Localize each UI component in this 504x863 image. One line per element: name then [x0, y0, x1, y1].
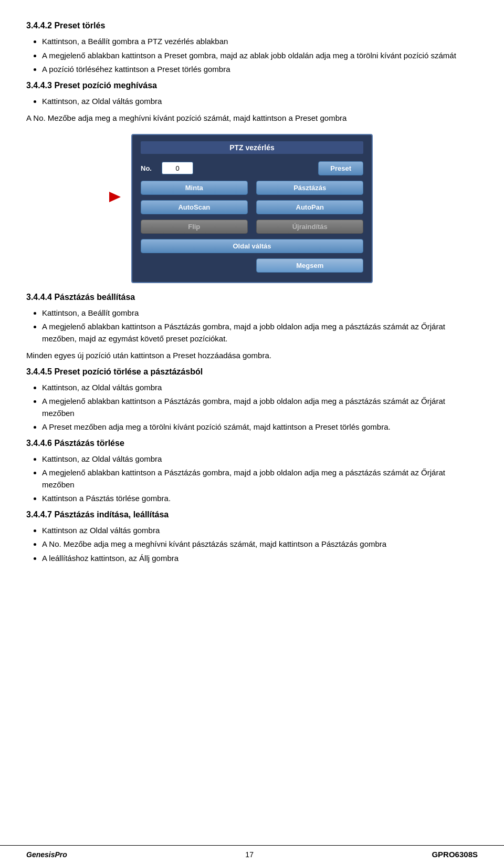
ptz-ujrainditas-button: Újraindítás: [256, 220, 363, 234]
list-item: A Preset mezőben adja meg a törölni kívá…: [42, 421, 478, 433]
ptz-no-row: No. Preset: [141, 161, 363, 175]
section-3447-list: Kattintson az Oldal váltás gombra A No. …: [42, 525, 478, 565]
list-item: Kattintson, a Beállít gombra a PTZ vezér…: [42, 36, 478, 48]
ptz-dialog: PTZ vezérlés No. Preset Minta Pásztázás …: [131, 134, 373, 283]
ptz-row-4: Oldal váltás: [141, 239, 363, 253]
section-3443-title: 3.4.4.3 Preset pozíció meghívása: [26, 81, 478, 90]
arrow-right-icon: [109, 192, 121, 202]
list-item: A leállításhoz kattintson, az Állj gombr…: [42, 553, 478, 565]
list-item: A No. Mezőbe adja meg a meghívni kívánt …: [42, 538, 478, 550]
list-item: A megjelenő ablakban kattintson a Pásztá…: [42, 396, 478, 419]
ptz-dialog-title: PTZ vezérlés: [141, 141, 363, 154]
ptz-row-3: Flip Újraindítás: [141, 220, 363, 234]
section-3446: 3.4.4.6 Pásztázás törlése Kattintson, az…: [26, 439, 478, 505]
list-item: Kattintson, az Oldal váltás gombra: [42, 453, 478, 465]
footer-brand: GenesisPro: [26, 850, 67, 859]
section-3445-list: Kattintson, az Oldal váltás gombra A meg…: [42, 382, 478, 433]
section-3442-title: 3.4.4.2 Preset törlés: [26, 21, 478, 30]
section-3444: 3.4.4.4 Pásztázás beállítása Kattintson,…: [26, 293, 478, 362]
ptz-minta-button[interactable]: Minta: [141, 181, 248, 195]
ptz-flip-button: Flip: [141, 220, 248, 234]
section-3444-title: 3.4.4.4 Pásztázás beállítása: [26, 293, 478, 302]
ptz-bottom-row: Megsem: [141, 258, 363, 273]
ptz-preset-button[interactable]: Preset: [318, 161, 363, 175]
section-3442-list: Kattintson, a Beállít gombra a PTZ vezér…: [42, 36, 478, 76]
section-3444-list: Kattintson, a Beállít gombra A megjelenő…: [42, 307, 478, 345]
ptz-no-input[interactable]: [162, 162, 193, 174]
list-item: Kattintson az Oldal váltás gombra: [42, 525, 478, 537]
ptz-no-label: No.: [141, 164, 156, 172]
section-3443-list: Kattintson, az Oldal váltás gombra: [42, 96, 478, 108]
ptz-dialog-wrapper: PTZ vezérlés No. Preset Minta Pásztázás …: [131, 134, 373, 283]
ptz-dialog-container: PTZ vezérlés No. Preset Minta Pásztázás …: [26, 134, 478, 283]
red-arrow-indicator: [109, 192, 121, 202]
section-3447-title: 3.4.4.7 Pásztázás indítása, leállítása: [26, 510, 478, 519]
list-item: A megjelenő ablakban kattintson a Preset…: [42, 50, 478, 62]
ptz-autoscan-button[interactable]: AutoScan: [141, 200, 248, 214]
section-3445: 3.4.4.5 Preset pozíció törlése a pásztáz…: [26, 367, 478, 433]
section-3442: 3.4.4.2 Preset törlés Kattintson, a Beál…: [26, 21, 478, 76]
ptz-autopan-button[interactable]: AutoPan: [256, 200, 363, 214]
section-3443-text: A No. Mezőbe adja meg a meghívni kívánt …: [26, 112, 478, 124]
list-item: A pozíció törléséhez kattintson a Preset…: [42, 64, 478, 76]
list-item: Kattintson, az Oldal váltás gombra: [42, 96, 478, 108]
section-3447: 3.4.4.7 Pásztázás indítása, leállítása K…: [26, 510, 478, 565]
list-item: Kattintson, az Oldal váltás gombra: [42, 382, 478, 394]
page-footer: GenesisPro 17 GPRO6308S: [0, 845, 504, 863]
section-3445-title: 3.4.4.5 Preset pozíció törlése a pásztáz…: [26, 367, 478, 377]
section-3443: 3.4.4.3 Preset pozíció meghívása Kattint…: [26, 81, 478, 124]
section-3446-title: 3.4.4.6 Pásztázás törlése: [26, 439, 478, 448]
list-item: A megjelenő ablakban kattintson a Pásztá…: [42, 321, 478, 345]
ptz-oldal-valtas-button[interactable]: Oldal váltás: [141, 239, 363, 253]
footer-page-number: 17: [245, 850, 254, 859]
list-item: Kattintson a Pásztás törlése gombra.: [42, 493, 478, 505]
list-item: Kattintson, a Beállít gombra: [42, 307, 478, 319]
ptz-row-2: AutoScan AutoPan: [141, 200, 363, 214]
ptz-megsem-button[interactable]: Megsem: [256, 258, 363, 273]
footer-model: GPRO6308S: [432, 850, 478, 859]
section-3446-list: Kattintson, az Oldal váltás gombra A meg…: [42, 453, 478, 505]
section-3444-text: Minden egyes új pozíció után kattintson …: [26, 350, 478, 362]
ptz-pasztazas-button[interactable]: Pásztázás: [256, 181, 363, 195]
list-item: A megjelenő ablakban kattintson a Pásztá…: [42, 467, 478, 491]
ptz-row-1: Minta Pásztázás: [141, 181, 363, 195]
